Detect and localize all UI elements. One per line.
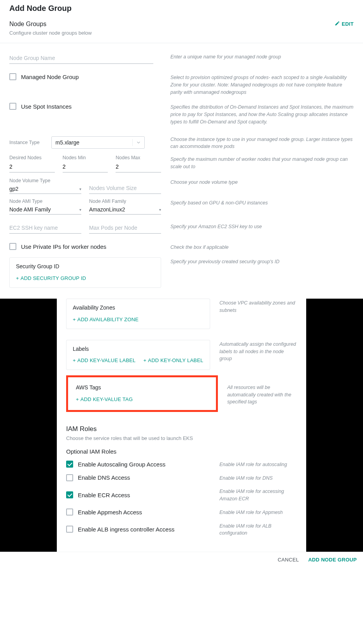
- nodes-min-input[interactable]: [63, 161, 108, 172]
- ec2-ssh-key-input[interactable]: [9, 222, 81, 234]
- spot-label: Use Spot Instances: [21, 103, 72, 110]
- node-ami-family-value: AmazonLinux2: [89, 206, 125, 213]
- divider: [0, 43, 363, 43]
- instance-type-value: m5.xlarge: [56, 139, 79, 146]
- iam-subtitle: Choose the service roles that will be us…: [66, 435, 297, 441]
- iam-role-help-4: Enable IAM role for ALB configuration: [219, 522, 297, 537]
- availability-zones-title: Availability Zones: [73, 304, 203, 311]
- add-aws-tag-label: ADD KEY-VALUE TAG: [81, 396, 133, 402]
- page-title: Add Node Group: [9, 4, 354, 13]
- nodes-volume-size-input[interactable]: [89, 183, 161, 194]
- footer-bar: CANCEL ADD NODE GROUP: [0, 552, 363, 567]
- node-volume-type-value: gp2: [9, 186, 18, 192]
- add-keyonly-label-button[interactable]: +ADD KEY-ONLY LABEL: [144, 357, 203, 363]
- managed-label: Managed Node Group: [21, 74, 79, 80]
- iam-title: IAM Roles: [66, 425, 297, 433]
- section-node-groups-subtitle: Configure cluster node groups below: [9, 30, 354, 36]
- help-ami: Specify based on GPU & non-GPU instances: [170, 199, 354, 207]
- help-az: Choose VPC availability zones and subnet…: [219, 299, 297, 314]
- plus-icon: +: [76, 396, 79, 402]
- instance-type-label: Instance Type: [9, 140, 40, 145]
- max-pods-input[interactable]: [89, 222, 161, 234]
- aws-tags-title: AWS Tags: [76, 384, 208, 391]
- availability-zones-card: Availability Zones +ADD AVAILABILITY ZON…: [66, 299, 210, 329]
- help-private-ips: Check the box if applicable: [170, 243, 354, 251]
- iam-role-checkbox-0[interactable]: [66, 461, 73, 468]
- help-node-group-name: Enter a unique name for your managed nod…: [170, 53, 354, 61]
- add-node-group-button[interactable]: ADD NODE GROUP: [308, 557, 357, 563]
- caret-down-icon: ▾: [159, 208, 161, 212]
- iam-role-help-0: Enable IAM role for autoscaling: [219, 460, 297, 468]
- pencil-icon: [335, 21, 340, 27]
- instance-type-select[interactable]: m5.xlarge: [51, 136, 145, 149]
- plus-icon: +: [73, 357, 76, 363]
- iam-role-label-3: Enable Appmesh Access: [78, 509, 142, 516]
- iam-role-checkbox-3[interactable]: [66, 509, 73, 516]
- add-security-group-label: ADD SECURITY GROUP ID: [21, 275, 86, 281]
- security-group-title: Security Group ID: [16, 263, 154, 269]
- iam-role-checkbox-4[interactable]: [66, 526, 73, 533]
- add-aws-tag-button[interactable]: +ADD KEY-VALUE TAG: [76, 396, 133, 402]
- node-volume-type-select[interactable]: gp2 ▾: [9, 184, 81, 194]
- plus-icon: +: [16, 275, 19, 281]
- iam-role-checkbox-1[interactable]: [66, 474, 73, 481]
- help-spot: Specifies the distribution of On-Demand …: [170, 103, 354, 125]
- nodes-max-input[interactable]: [116, 161, 161, 172]
- add-availability-zone-button[interactable]: +ADD AVAILABILITY ZONE: [73, 317, 139, 322]
- add-security-group-button[interactable]: +ADD SECURITY GROUP ID: [16, 275, 86, 281]
- help-labels: Automatically assign the configured labe…: [219, 340, 297, 362]
- caret-down-icon: ▾: [79, 208, 81, 212]
- node-ami-type-label: Node AMI Type: [9, 199, 81, 204]
- help-volume-type: Choose your node volume type: [170, 178, 354, 186]
- node-ami-type-select[interactable]: Node AMI Family ▾: [9, 205, 81, 215]
- help-instance-type: Choose the instance type to use in your …: [170, 135, 354, 151]
- add-keyonly-label-text: ADD KEY-ONLY LABEL: [148, 357, 203, 363]
- add-kv-label-button[interactable]: +ADD KEY-VALUE LABEL: [73, 357, 136, 363]
- iam-role-help-2: Enable IAM role for accessing Amazon ECR: [219, 487, 297, 503]
- cancel-button[interactable]: CANCEL: [278, 557, 299, 563]
- add-availability-zone-label: ADD AVAILABILITY ZONE: [77, 317, 139, 322]
- spot-checkbox[interactable]: [9, 103, 16, 110]
- nodes-min-label: Nodes Min: [63, 155, 108, 160]
- labels-card: Labels +ADD KEY-VALUE LABEL +ADD KEY-ONL…: [66, 340, 210, 370]
- help-managed: Select to provision optimized groups of …: [170, 73, 354, 96]
- edit-button[interactable]: EDIT: [335, 21, 354, 27]
- private-ips-label: Use Private IPs for worker nodes: [21, 243, 106, 250]
- iam-optional-title: Optional IAM Roles: [66, 448, 297, 455]
- black-sidebar-left: [0, 299, 57, 552]
- caret-down-icon: ▾: [79, 187, 81, 191]
- section-node-groups-title: Node Groups: [9, 21, 46, 28]
- node-ami-family-select[interactable]: AmazonLinux2 ▾: [89, 205, 161, 215]
- plus-icon: +: [144, 357, 147, 363]
- desired-nodes-label: Desired Nodes: [9, 155, 55, 160]
- desired-nodes-input[interactable]: [9, 161, 55, 172]
- node-ami-type-value: Node AMI Family: [9, 206, 51, 213]
- iam-role-label-4: Enable ALB ingress controller Access: [78, 526, 174, 533]
- managed-checkbox[interactable]: [9, 73, 16, 80]
- private-ips-checkbox[interactable]: [9, 243, 16, 250]
- aws-tags-highlight: AWS Tags +ADD KEY-VALUE TAG: [66, 375, 218, 412]
- edit-button-label: EDIT: [342, 21, 354, 27]
- security-group-card: Security Group ID +ADD SECURITY GROUP ID: [9, 257, 161, 288]
- help-ssh: Specify your Amazon EC2 SSH key to use: [170, 222, 354, 231]
- iam-role-help-3: Enable IAM role for Appmesh: [219, 508, 297, 516]
- add-kv-label-text: ADD KEY-VALUE LABEL: [77, 357, 136, 363]
- labels-title: Labels: [73, 346, 203, 352]
- help-aws-tags: All resources will be automatically crea…: [227, 375, 297, 406]
- plus-icon: +: [73, 317, 76, 322]
- iam-role-label-0: Enable Autoscaling Group Access: [78, 461, 165, 468]
- node-ami-family-label: Node AMI Family: [89, 199, 161, 204]
- iam-role-label-2: Enable ECR Access: [78, 492, 130, 498]
- iam-role-label-1: Enable DNS Access: [78, 474, 130, 481]
- iam-role-help-1: Enable IAM role for DNS: [219, 474, 297, 482]
- help-security-group: Specify your previously created security…: [170, 257, 354, 266]
- node-volume-type-label: Node Volume Type: [9, 178, 81, 183]
- iam-role-checkbox-2[interactable]: [66, 491, 73, 498]
- help-nodes-max: Specify the maximum number of worker nod…: [170, 155, 354, 171]
- black-sidebar-right: [306, 299, 363, 552]
- aws-tags-card: AWS Tags +ADD KEY-VALUE TAG: [70, 379, 214, 408]
- node-group-name-input[interactable]: [9, 53, 153, 64]
- nodes-max-label: Nodes Max: [116, 155, 161, 160]
